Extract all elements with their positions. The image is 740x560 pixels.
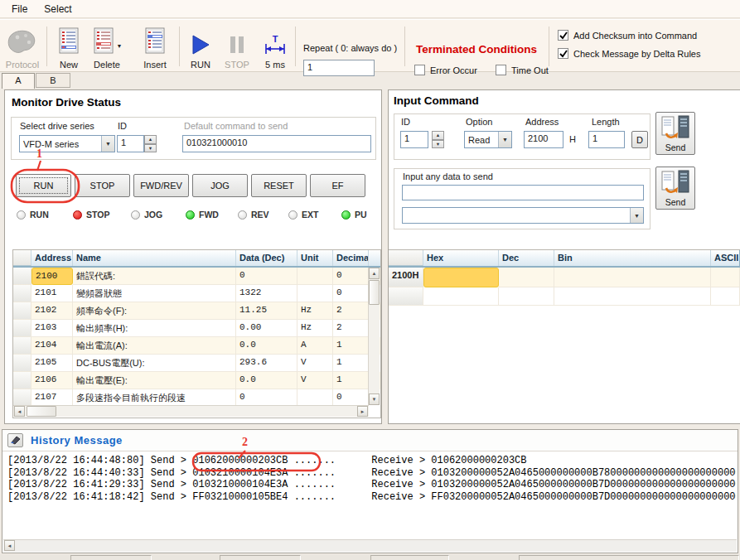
jog-button[interactable]: JOG: [192, 174, 248, 197]
send-icon: [661, 170, 689, 196]
any-data-input[interactable]: [402, 185, 644, 200]
scroll-right-icon[interactable]: ►: [357, 406, 368, 417]
result-data-grid: Hex Dec Bin ASCII 2100H: [389, 249, 740, 307]
spin-down-icon[interactable]: ▼: [144, 144, 157, 153]
toolbar: Protocol New: [0, 19, 740, 72]
length-field[interactable]: 1: [588, 131, 625, 148]
history-stamp-icon[interactable]: [7, 433, 23, 447]
send-command-button[interactable]: Send: [655, 112, 695, 155]
tab-b[interactable]: B: [36, 73, 70, 88]
drive-id-spinner[interactable]: ▲▼: [144, 135, 157, 152]
spin-up-icon[interactable]: ▲: [432, 131, 444, 140]
selected-address-cell[interactable]: 2100: [31, 268, 73, 285]
send-icon: [661, 115, 689, 142]
chevron-down-icon[interactable]: ▼: [101, 136, 114, 152]
fwd-rev-button[interactable]: FWD/REV: [133, 174, 189, 197]
status-light-icon: [238, 210, 247, 220]
scrollbar-thumb[interactable]: [369, 280, 380, 305]
row-header-2100h[interactable]: 2100H: [389, 268, 423, 287]
stop-toolbar-button[interactable]: STOP: [220, 23, 254, 70]
spin-up-icon[interactable]: ▲: [144, 135, 157, 144]
protocol-icon: [6, 27, 39, 57]
scroll-down-icon[interactable]: ▼: [369, 393, 380, 405]
chevron-down-icon[interactable]: ▼: [630, 208, 643, 223]
command-id-field[interactable]: 1: [400, 131, 428, 148]
run-toolbar-button[interactable]: RUN: [184, 23, 217, 70]
run-play-icon: [190, 34, 211, 57]
protocol-button[interactable]: Protocol: [3, 23, 41, 70]
repeat-label: Repeat ( 0: always do ): [303, 43, 397, 53]
horizontal-scrollbar[interactable]: ◄ ►: [13, 405, 369, 417]
table-row: 2105 DC-BUS電壓(U): 293.6 V 1: [13, 355, 380, 372]
length-label: Length: [592, 117, 620, 127]
insert-button[interactable]: Insert: [138, 23, 172, 70]
drive-id-field[interactable]: 1: [117, 135, 144, 152]
chevron-down-icon[interactable]: ▼: [498, 132, 511, 147]
jog-status-light: JOG: [131, 210, 162, 220]
panel-title: Input Command: [394, 94, 479, 107]
col-header-decimal[interactable]: Decimal▲: [333, 250, 369, 266]
reset-button[interactable]: RESET: [251, 174, 307, 197]
drive-select-groupbox: Select drive series ID Default command t…: [11, 117, 376, 160]
run-button[interactable]: RUN: [16, 174, 71, 197]
toolbar-separator: [295, 27, 296, 66]
scroll-left-icon[interactable]: ◄: [4, 540, 15, 551]
decimal-toggle-button[interactable]: D: [631, 131, 648, 148]
repeat-input[interactable]: 1: [303, 60, 375, 76]
history-horizontal-scrollbar[interactable]: ◄: [3, 539, 737, 552]
menu-bar: File Select: [0, 0, 740, 18]
delete-document-icon: [92, 27, 115, 57]
log-line: [2013/8/22 16:44:40:33] Send > 010321000…: [7, 467, 736, 480]
address-field[interactable]: 2100: [524, 131, 563, 148]
delete-button[interactable]: ▼ Delete: [88, 23, 126, 70]
timing-interval-icon: T: [263, 34, 288, 57]
new-button[interactable]: New: [51, 23, 86, 70]
error-occur-checkbox[interactable]: Error Occur: [414, 65, 477, 75]
log-line: [2013/8/22 16:41:18:42] Send > FF0321000…: [7, 491, 736, 504]
command-id-spinner[interactable]: ▲▼: [432, 131, 444, 148]
time-out-checkbox[interactable]: Time Out: [496, 65, 549, 75]
interval-button[interactable]: T 5 ms: [259, 23, 292, 70]
table-row: 2103 輸出頻率(H): 0.00 Hz 2: [13, 320, 380, 337]
scroll-left-icon[interactable]: ◄: [14, 406, 25, 417]
scroll-up-icon[interactable]: ▲: [369, 268, 380, 279]
table-row: [389, 287, 740, 306]
col-header-address[interactable]: Address: [31, 250, 73, 266]
history-log: [2013/8/22 16:44:48:80] Send > 010620000…: [7, 455, 736, 541]
insert-document-icon: [143, 27, 167, 57]
stop-button[interactable]: STOP: [75, 174, 130, 197]
col-header-unit[interactable]: Unit: [297, 250, 333, 266]
delta-rules-checkbox[interactable]: Check Message by Delta Rules: [558, 48, 700, 59]
selected-hex-cell[interactable]: [423, 268, 499, 287]
table-row: 2100 錯誤代碼: 0 0: [13, 268, 380, 285]
add-checksum-checkbox[interactable]: Add Checksum into Command: [558, 30, 697, 41]
status-light-icon: [73, 210, 82, 220]
menu-select[interactable]: Select: [37, 1, 78, 17]
delete-dropdown-arrow-icon[interactable]: ▼: [117, 43, 123, 57]
default-command-field[interactable]: 010321000010: [182, 135, 371, 152]
default-command-label: Default command to send: [184, 121, 288, 131]
checkbox-icon: [558, 48, 568, 59]
drive-series-combo[interactable]: VFD-M series ▼: [19, 135, 115, 152]
status-light-icon: [288, 210, 297, 220]
col-header-name[interactable]: Name: [73, 250, 236, 266]
monitor-data-grid: Address Name Data (Dec) Unit Decimal▲ 21…: [12, 249, 381, 418]
ef-button[interactable]: EF: [310, 174, 365, 197]
send-any-data-button[interactable]: Send: [655, 167, 695, 210]
status-pane: [519, 555, 739, 560]
any-data-combo[interactable]: ▼: [402, 207, 644, 224]
spin-down-icon[interactable]: ▼: [432, 140, 444, 149]
col-header-bin: Bin: [554, 250, 711, 266]
option-combo[interactable]: Read ▼: [464, 131, 512, 148]
drive-control-buttons: RUN STOP FWD/REV JOG RESET EF: [16, 174, 365, 197]
tab-a[interactable]: A: [2, 73, 35, 89]
checkbox-icon: [414, 65, 425, 75]
col-header-data[interactable]: Data (Dec): [236, 250, 297, 266]
menu-file[interactable]: File: [5, 1, 34, 17]
history-title: History Message: [31, 434, 123, 447]
monitor-drive-status-panel: Monitor Drive Status Select drive series…: [4, 89, 382, 424]
vertical-scrollbar[interactable]: ▲ ▼: [368, 268, 380, 405]
scrollbar-thumb[interactable]: [27, 406, 56, 417]
toolbar-separator: [46, 27, 47, 66]
stop-status-light: STOP: [73, 210, 109, 220]
